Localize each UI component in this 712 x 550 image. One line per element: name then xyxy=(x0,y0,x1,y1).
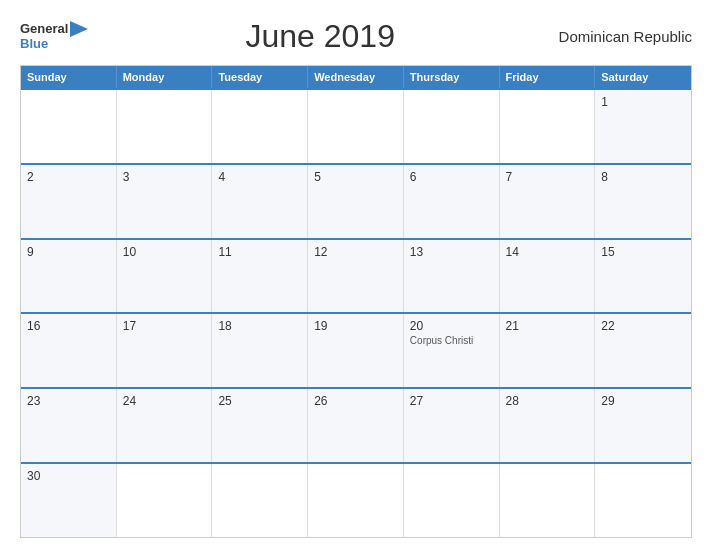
calendar-cell xyxy=(117,90,213,163)
calendar-body: 1234567891011121314151617181920Corpus Ch… xyxy=(21,88,691,537)
calendar-cell xyxy=(117,464,213,537)
calendar-cell: 2 xyxy=(21,165,117,238)
calendar-cell: 10 xyxy=(117,240,213,313)
day-number: 4 xyxy=(218,170,301,184)
day-number: 22 xyxy=(601,319,685,333)
day-number: 26 xyxy=(314,394,397,408)
calendar-cell: 29 xyxy=(595,389,691,462)
calendar-cell: 30 xyxy=(21,464,117,537)
page-title: June 2019 xyxy=(88,18,552,55)
logo-text: General Blue xyxy=(20,21,88,51)
calendar-cell xyxy=(595,464,691,537)
day-of-week-friday: Friday xyxy=(500,66,596,88)
day-number: 9 xyxy=(27,245,110,259)
calendar-cell: 21 xyxy=(500,314,596,387)
day-of-week-saturday: Saturday xyxy=(595,66,691,88)
calendar-cell: 17 xyxy=(117,314,213,387)
day-number: 12 xyxy=(314,245,397,259)
calendar-cell: 22 xyxy=(595,314,691,387)
calendar-row-2: 9101112131415 xyxy=(21,238,691,313)
day-number: 8 xyxy=(601,170,685,184)
calendar-cell xyxy=(212,464,308,537)
calendar-cell: 24 xyxy=(117,389,213,462)
day-number: 17 xyxy=(123,319,206,333)
calendar-cell: 18 xyxy=(212,314,308,387)
calendar-cell xyxy=(21,90,117,163)
page: General Blue June 2019 Dominican Republi… xyxy=(0,0,712,550)
day-of-week-tuesday: Tuesday xyxy=(212,66,308,88)
day-number: 25 xyxy=(218,394,301,408)
calendar-row-1: 2345678 xyxy=(21,163,691,238)
calendar-cell: 16 xyxy=(21,314,117,387)
logo-blue-text: Blue xyxy=(20,37,88,51)
day-number: 30 xyxy=(27,469,110,483)
day-number: 16 xyxy=(27,319,110,333)
day-number: 18 xyxy=(218,319,301,333)
calendar-row-4: 23242526272829 xyxy=(21,387,691,462)
day-number: 11 xyxy=(218,245,301,259)
day-number: 15 xyxy=(601,245,685,259)
logo-flag-icon xyxy=(70,21,88,37)
calendar-row-5: 30 xyxy=(21,462,691,537)
logo: General Blue xyxy=(20,21,88,51)
day-number: 24 xyxy=(123,394,206,408)
calendar-cell: 26 xyxy=(308,389,404,462)
day-number: 3 xyxy=(123,170,206,184)
day-number: 5 xyxy=(314,170,397,184)
day-number: 10 xyxy=(123,245,206,259)
calendar-cell: 1 xyxy=(595,90,691,163)
day-number: 27 xyxy=(410,394,493,408)
header: General Blue June 2019 Dominican Republi… xyxy=(20,18,692,55)
day-number: 20 xyxy=(410,319,493,333)
day-number: 13 xyxy=(410,245,493,259)
calendar-cell: 7 xyxy=(500,165,596,238)
calendar-cell: 23 xyxy=(21,389,117,462)
day-number: 14 xyxy=(506,245,589,259)
calendar-cell: 15 xyxy=(595,240,691,313)
day-number: 23 xyxy=(27,394,110,408)
day-of-week-monday: Monday xyxy=(117,66,213,88)
calendar-cell xyxy=(404,464,500,537)
calendar-cell xyxy=(404,90,500,163)
day-number: 19 xyxy=(314,319,397,333)
calendar-cell: 19 xyxy=(308,314,404,387)
calendar-cell: 4 xyxy=(212,165,308,238)
calendar-cell xyxy=(500,90,596,163)
calendar-cell: 12 xyxy=(308,240,404,313)
day-number: 1 xyxy=(601,95,685,109)
calendar-cell: 6 xyxy=(404,165,500,238)
svg-marker-0 xyxy=(70,21,88,37)
calendar-cell: 13 xyxy=(404,240,500,313)
calendar-cell: 27 xyxy=(404,389,500,462)
day-number: 28 xyxy=(506,394,589,408)
day-number: 6 xyxy=(410,170,493,184)
country-label: Dominican Republic xyxy=(552,28,692,45)
day-of-week-wednesday: Wednesday xyxy=(308,66,404,88)
calendar-cell: 28 xyxy=(500,389,596,462)
day-number: 2 xyxy=(27,170,110,184)
calendar-cell: 25 xyxy=(212,389,308,462)
day-number: 21 xyxy=(506,319,589,333)
calendar-cell xyxy=(500,464,596,537)
day-event: Corpus Christi xyxy=(410,335,493,346)
calendar-cell xyxy=(212,90,308,163)
calendar-row-0: 1 xyxy=(21,88,691,163)
calendar-cell: 20Corpus Christi xyxy=(404,314,500,387)
calendar-cell: 3 xyxy=(117,165,213,238)
calendar-cell: 11 xyxy=(212,240,308,313)
day-number: 7 xyxy=(506,170,589,184)
logo-general-text: General xyxy=(20,22,68,36)
calendar-cell: 14 xyxy=(500,240,596,313)
calendar: SundayMondayTuesdayWednesdayThursdayFrid… xyxy=(20,65,692,538)
calendar-cell: 8 xyxy=(595,165,691,238)
calendar-cell: 5 xyxy=(308,165,404,238)
day-number: 29 xyxy=(601,394,685,408)
day-of-week-thursday: Thursday xyxy=(404,66,500,88)
calendar-row-3: 1617181920Corpus Christi2122 xyxy=(21,312,691,387)
calendar-cell xyxy=(308,90,404,163)
calendar-header: SundayMondayTuesdayWednesdayThursdayFrid… xyxy=(21,66,691,88)
calendar-cell: 9 xyxy=(21,240,117,313)
calendar-cell xyxy=(308,464,404,537)
day-of-week-sunday: Sunday xyxy=(21,66,117,88)
